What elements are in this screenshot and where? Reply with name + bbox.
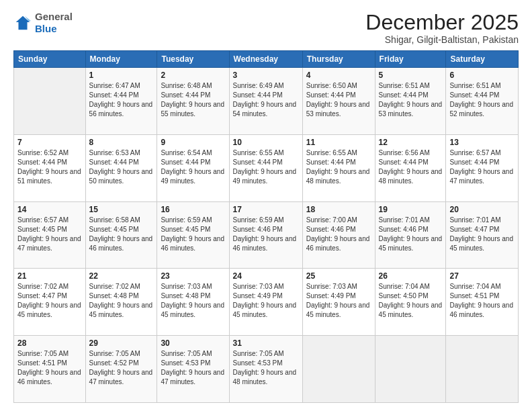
day-number: 12 bbox=[379, 138, 443, 147]
day-number: 18 bbox=[306, 205, 371, 214]
day-number: 2 bbox=[161, 71, 225, 80]
day-cell-2-2: 16Sunrise: 6:59 AMSunset: 4:45 PMDayligh… bbox=[157, 201, 229, 269]
day-cell-4-0: 28Sunrise: 7:05 AMSunset: 4:51 PMDayligh… bbox=[14, 336, 86, 403]
day-cell-2-5: 19Sunrise: 7:01 AMSunset: 4:46 PMDayligh… bbox=[375, 201, 446, 269]
day-number: 9 bbox=[161, 138, 225, 147]
day-info: Sunrise: 7:03 AMSunset: 4:48 PMDaylight:… bbox=[161, 282, 225, 320]
day-number: 8 bbox=[89, 138, 154, 147]
day-info: Sunrise: 6:50 AMSunset: 4:44 PMDaylight:… bbox=[306, 81, 371, 119]
day-cell-2-0: 14Sunrise: 6:57 AMSunset: 4:45 PMDayligh… bbox=[14, 201, 86, 269]
day-info: Sunrise: 7:02 AMSunset: 4:47 PMDaylight:… bbox=[17, 282, 82, 320]
calendar-header-row: Sunday Monday Tuesday Wednesday Thursday… bbox=[14, 51, 519, 68]
month-title: December 2025 bbox=[365, 11, 519, 34]
day-cell-3-1: 22Sunrise: 7:02 AMSunset: 4:48 PMDayligh… bbox=[85, 269, 157, 336]
day-cell-0-4: 4Sunrise: 6:50 AMSunset: 4:44 PMDaylight… bbox=[302, 68, 375, 135]
calendar-table: Sunday Monday Tuesday Wednesday Thursday… bbox=[13, 50, 519, 403]
day-info: Sunrise: 7:01 AMSunset: 4:47 PMDaylight:… bbox=[449, 216, 515, 253]
day-number: 10 bbox=[233, 138, 299, 147]
day-number: 19 bbox=[379, 205, 443, 214]
header: General Blue December 2025 Shigar, Gilgi… bbox=[13, 11, 519, 45]
week-row-5: 28Sunrise: 7:05 AMSunset: 4:51 PMDayligh… bbox=[14, 336, 519, 403]
day-cell-4-2: 30Sunrise: 7:05 AMSunset: 4:53 PMDayligh… bbox=[157, 336, 229, 403]
day-info: Sunrise: 6:54 AMSunset: 4:44 PMDaylight:… bbox=[161, 148, 225, 186]
day-number: 13 bbox=[449, 138, 515, 147]
day-info: Sunrise: 7:04 AMSunset: 4:50 PMDaylight:… bbox=[379, 282, 443, 320]
day-number: 29 bbox=[89, 338, 154, 348]
day-number: 26 bbox=[379, 271, 443, 281]
day-number: 24 bbox=[233, 271, 299, 281]
day-cell-4-5 bbox=[375, 336, 446, 403]
day-number: 11 bbox=[306, 138, 371, 147]
day-cell-4-6 bbox=[446, 336, 519, 403]
col-wednesday: Wednesday bbox=[229, 51, 302, 68]
col-monday: Monday bbox=[85, 51, 157, 68]
day-info: Sunrise: 6:58 AMSunset: 4:45 PMDaylight:… bbox=[89, 216, 154, 253]
week-row-2: 7Sunrise: 6:52 AMSunset: 4:44 PMDaylight… bbox=[14, 134, 519, 201]
day-cell-1-4: 11Sunrise: 6:55 AMSunset: 4:44 PMDayligh… bbox=[302, 134, 375, 201]
day-number: 7 bbox=[17, 138, 82, 147]
col-thursday: Thursday bbox=[302, 51, 375, 68]
day-cell-2-3: 17Sunrise: 6:59 AMSunset: 4:46 PMDayligh… bbox=[229, 201, 302, 269]
day-cell-1-0: 7Sunrise: 6:52 AMSunset: 4:44 PMDaylight… bbox=[14, 134, 86, 201]
day-number: 25 bbox=[306, 271, 371, 281]
day-number: 6 bbox=[449, 71, 515, 80]
day-number: 23 bbox=[161, 271, 225, 281]
day-info: Sunrise: 7:02 AMSunset: 4:48 PMDaylight:… bbox=[89, 282, 154, 320]
day-info: Sunrise: 6:55 AMSunset: 4:44 PMDaylight:… bbox=[233, 148, 299, 186]
day-info: Sunrise: 7:03 AMSunset: 4:49 PMDaylight:… bbox=[233, 282, 299, 320]
day-number: 1 bbox=[89, 71, 154, 80]
day-cell-2-4: 18Sunrise: 7:00 AMSunset: 4:46 PMDayligh… bbox=[302, 201, 375, 269]
day-number: 28 bbox=[17, 338, 82, 348]
day-info: Sunrise: 6:59 AMSunset: 4:45 PMDaylight:… bbox=[161, 216, 225, 253]
day-info: Sunrise: 6:55 AMSunset: 4:44 PMDaylight:… bbox=[306, 148, 371, 186]
day-info: Sunrise: 6:59 AMSunset: 4:46 PMDaylight:… bbox=[233, 216, 299, 253]
logo-text: General Blue bbox=[35, 11, 73, 35]
subtitle: Shigar, Gilgit-Baltistan, Pakistan bbox=[365, 34, 519, 45]
col-sunday: Sunday bbox=[14, 51, 86, 68]
day-cell-3-4: 25Sunrise: 7:03 AMSunset: 4:49 PMDayligh… bbox=[302, 269, 375, 336]
day-cell-0-5: 5Sunrise: 6:51 AMSunset: 4:44 PMDaylight… bbox=[375, 68, 446, 135]
day-info: Sunrise: 6:53 AMSunset: 4:44 PMDaylight:… bbox=[89, 148, 154, 186]
day-cell-4-4 bbox=[302, 336, 375, 403]
day-cell-0-6: 6Sunrise: 6:51 AMSunset: 4:44 PMDaylight… bbox=[446, 68, 519, 135]
day-cell-0-0 bbox=[14, 68, 86, 135]
day-cell-2-6: 20Sunrise: 7:01 AMSunset: 4:47 PMDayligh… bbox=[446, 201, 519, 269]
day-info: Sunrise: 6:51 AMSunset: 4:44 PMDaylight:… bbox=[379, 81, 443, 119]
day-number: 27 bbox=[449, 271, 515, 281]
day-cell-4-1: 29Sunrise: 7:05 AMSunset: 4:52 PMDayligh… bbox=[85, 336, 157, 403]
day-number: 17 bbox=[233, 205, 299, 214]
logo-blue: Blue bbox=[35, 23, 57, 34]
day-info: Sunrise: 7:00 AMSunset: 4:46 PMDaylight:… bbox=[306, 216, 371, 253]
day-cell-1-2: 9Sunrise: 6:54 AMSunset: 4:44 PMDaylight… bbox=[157, 134, 229, 201]
day-number: 16 bbox=[161, 205, 225, 214]
day-info: Sunrise: 6:57 AMSunset: 4:45 PMDaylight:… bbox=[17, 216, 82, 253]
day-info: Sunrise: 6:51 AMSunset: 4:44 PMDaylight:… bbox=[449, 81, 515, 119]
day-cell-0-2: 2Sunrise: 6:48 AMSunset: 4:44 PMDaylight… bbox=[157, 68, 229, 135]
week-row-3: 14Sunrise: 6:57 AMSunset: 4:45 PMDayligh… bbox=[14, 201, 519, 269]
day-number: 3 bbox=[233, 71, 299, 80]
day-cell-0-1: 1Sunrise: 6:47 AMSunset: 4:44 PMDaylight… bbox=[85, 68, 157, 135]
day-info: Sunrise: 6:49 AMSunset: 4:44 PMDaylight:… bbox=[233, 81, 299, 119]
day-number: 15 bbox=[89, 205, 154, 214]
day-number: 14 bbox=[17, 205, 82, 214]
day-info: Sunrise: 7:05 AMSunset: 4:53 PMDaylight:… bbox=[161, 349, 225, 387]
day-number: 22 bbox=[89, 271, 154, 281]
logo: General Blue bbox=[13, 11, 73, 35]
day-cell-3-3: 24Sunrise: 7:03 AMSunset: 4:49 PMDayligh… bbox=[229, 269, 302, 336]
day-cell-0-3: 3Sunrise: 6:49 AMSunset: 4:44 PMDaylight… bbox=[229, 68, 302, 135]
week-row-1: 1Sunrise: 6:47 AMSunset: 4:44 PMDaylight… bbox=[14, 68, 519, 135]
day-number: 21 bbox=[17, 271, 82, 281]
day-cell-1-5: 12Sunrise: 6:56 AMSunset: 4:44 PMDayligh… bbox=[375, 134, 446, 201]
day-number: 5 bbox=[379, 71, 443, 80]
day-cell-1-1: 8Sunrise: 6:53 AMSunset: 4:44 PMDaylight… bbox=[85, 134, 157, 201]
day-number: 30 bbox=[161, 338, 225, 348]
day-info: Sunrise: 7:05 AMSunset: 4:52 PMDaylight:… bbox=[89, 349, 154, 387]
day-info: Sunrise: 7:05 AMSunset: 4:53 PMDaylight:… bbox=[233, 349, 299, 387]
col-saturday: Saturday bbox=[446, 51, 519, 68]
title-block: December 2025 Shigar, Gilgit-Baltistan, … bbox=[365, 11, 519, 45]
day-info: Sunrise: 7:03 AMSunset: 4:49 PMDaylight:… bbox=[306, 282, 371, 320]
day-cell-3-6: 27Sunrise: 7:04 AMSunset: 4:51 PMDayligh… bbox=[446, 269, 519, 336]
day-info: Sunrise: 6:56 AMSunset: 4:44 PMDaylight:… bbox=[379, 148, 443, 186]
logo-icon bbox=[13, 13, 32, 32]
day-cell-3-5: 26Sunrise: 7:04 AMSunset: 4:50 PMDayligh… bbox=[375, 269, 446, 336]
